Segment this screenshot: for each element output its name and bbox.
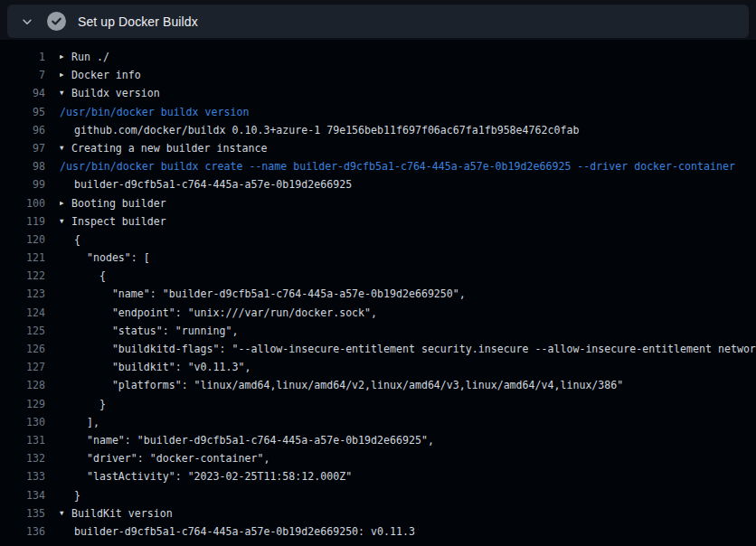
step-header[interactable]: Set up Docker Buildx [7,5,749,38]
log-line[interactable]: 135 ▼ BuildKit version [0,504,756,522]
log-line: 130 ], [0,413,756,431]
log-line[interactable]: 1 ▶ Run ./ [0,48,756,66]
log-text: BuildKit version [71,504,173,522]
line-number-link[interactable]: 122 [0,267,45,285]
log-line: 95 /usr/bin/docker buildx version [0,103,756,121]
line-number-link[interactable]: 124 [0,304,45,322]
line-number-link[interactable]: 133 [0,467,45,485]
line-number-link[interactable]: 127 [0,358,45,376]
log-line[interactable]: 100 ▶ Booting builder [0,194,756,212]
log-text: "buildkitd-flags": "--allow-insecure-ent… [74,340,756,358]
log-text: "buildkit": "v0.11.3", [74,358,250,376]
line-number-link[interactable]: 7 [0,66,45,84]
log-line: 127 "buildkit": "v0.11.3", [0,358,756,376]
log-line[interactable]: 119 ▼ Inspect builder [0,212,756,231]
log-text: "name": "builder-d9cfb5a1-c764-445a-a57e… [74,431,434,449]
log-text: Inspect builder [71,212,166,231]
group-toggle-icon[interactable]: ▶ [60,66,69,84]
line-number-link[interactable]: 100 [0,194,45,212]
log-line: 134 } [0,486,756,504]
log-line: 98 /usr/bin/docker buildx create --name … [0,157,756,175]
group-toggle-icon[interactable]: ▼ [60,504,69,522]
log-text: } [74,395,106,413]
line-number-link[interactable]: 120 [0,231,45,249]
line-number-link[interactable]: 126 [0,340,45,358]
line-number-link[interactable]: 97 [0,139,45,157]
group-toggle-icon[interactable]: ▼ [60,139,69,157]
log-line: 124 "endpoint": "unix:///var/run/docker.… [0,304,756,322]
line-number-link[interactable]: 95 [0,103,45,121]
line-number-link[interactable]: 125 [0,322,45,340]
line-number-link[interactable]: 96 [0,121,45,139]
line-number-link[interactable]: 1 [0,48,45,66]
log-text: "name": "builder-d9cfb5a1-c764-445a-a57e… [74,285,466,303]
log-text: "nodes": [ [74,249,150,267]
log-line: 125 "status": "running", [0,322,756,340]
line-number-link[interactable]: 130 [0,413,45,431]
log-text: "endpoint": "unix:///var/run/docker.sock… [74,304,377,322]
log-text: { [74,231,80,249]
group-toggle-icon[interactable]: ▶ [60,48,69,66]
group-toggle-icon[interactable]: ▼ [60,212,69,231]
log-text: builder-d9cfb5a1-c764-445a-a57e-0b19d2e6… [74,175,352,193]
log-line: 96 github.com/docker/buildx 0.10.3+azure… [0,121,756,139]
log-text: builder-d9cfb5a1-c764-445a-a57e-0b19d2e6… [74,522,415,541]
line-number-link[interactable]: 132 [0,449,45,467]
group-toggle-icon[interactable]: ▼ [60,84,69,102]
log-text: } [74,486,80,504]
line-number-link[interactable]: 123 [0,285,45,303]
log-text: Creating a new builder instance [71,139,267,157]
log-text: "platforms": "linux/amd64,linux/amd64/v2… [74,376,623,394]
log-line: 121 "nodes": [ [0,249,756,267]
line-number-link[interactable]: 128 [0,376,45,394]
log-line: 120 { [0,231,756,249]
line-number-link[interactable]: 119 [0,212,45,231]
log-text: "status": "running", [74,322,238,340]
log-text: { [74,267,106,285]
log-text: /usr/bin/docker buildx version [60,103,249,121]
log-text: github.com/docker/buildx 0.10.3+azure-1 … [74,121,579,139]
log-text: /usr/bin/docker buildx create --name bui… [60,157,735,175]
step-title: Set up Docker Buildx [78,14,198,29]
log-text: Docker info [71,66,141,84]
log-text: "lastActivity": "2023-02-25T11:58:12.000… [74,467,352,485]
line-number-link[interactable]: 134 [0,486,45,504]
log-line: 136 builder-d9cfb5a1-c764-445a-a57e-0b19… [0,522,756,541]
log-line[interactable]: 7 ▶ Docker info [0,66,756,84]
line-number-link[interactable]: 129 [0,395,45,413]
line-number-link[interactable]: 131 [0,431,45,449]
check-circle-icon [47,12,66,31]
log-line: 122 { [0,267,756,285]
log-line[interactable]: 94 ▼ Buildx version [0,84,756,102]
chevron-down-icon[interactable] [20,14,34,29]
log-line: 123 "name": "builder-d9cfb5a1-c764-445a-… [0,285,756,303]
log-line[interactable]: 97 ▼ Creating a new builder instance [0,139,756,157]
log-text: Booting builder [71,194,166,212]
log-line: 128 "platforms": "linux/amd64,linux/amd6… [0,376,756,394]
line-number-link[interactable]: 135 [0,504,45,522]
log-line: 132 "driver": "docker-container", [0,449,756,467]
log-line: 131 "name": "builder-d9cfb5a1-c764-445a-… [0,431,756,449]
log-text: Run ./ [71,48,109,66]
log-text: ], [74,413,99,431]
group-toggle-icon[interactable]: ▶ [60,194,69,212]
line-number-link[interactable]: 98 [0,157,45,175]
log-line: 133 "lastActivity": "2023-02-25T11:58:12… [0,467,756,485]
line-number-link[interactable]: 136 [0,522,45,541]
log-text: "driver": "docker-container", [74,449,269,467]
log-text: Buildx version [71,84,160,102]
log-viewer: 1 ▶ Run ./ 7 ▶ Docker info 94 ▼ Buildx v… [0,40,756,546]
log-line: 126 "buildkitd-flags": "--allow-insecure… [0,340,756,358]
line-number-link[interactable]: 94 [0,84,45,102]
line-number-link[interactable]: 121 [0,249,45,267]
log-line: 129 } [0,395,756,413]
log-line: 99 builder-d9cfb5a1-c764-445a-a57e-0b19d… [0,175,756,193]
line-number-link[interactable]: 99 [0,175,45,193]
